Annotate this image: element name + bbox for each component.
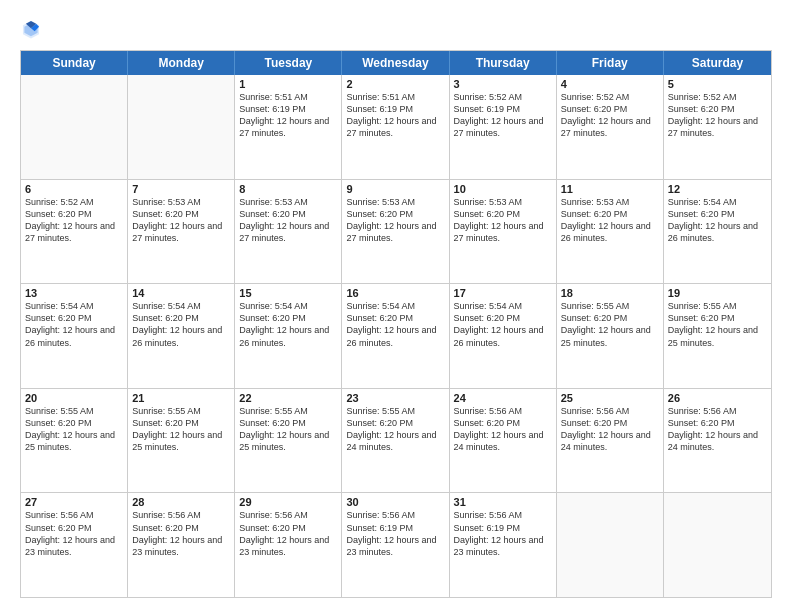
cal-cell bbox=[21, 75, 128, 179]
day-info: Sunrise: 5:54 AMSunset: 6:20 PMDaylight:… bbox=[346, 300, 444, 349]
cal-cell: 23Sunrise: 5:55 AMSunset: 6:20 PMDayligh… bbox=[342, 389, 449, 493]
day-number: 26 bbox=[668, 392, 767, 404]
cal-cell: 30Sunrise: 5:56 AMSunset: 6:19 PMDayligh… bbox=[342, 493, 449, 597]
cal-cell: 5Sunrise: 5:52 AMSunset: 6:20 PMDaylight… bbox=[664, 75, 771, 179]
day-number: 11 bbox=[561, 183, 659, 195]
day-number: 5 bbox=[668, 78, 767, 90]
cal-cell bbox=[664, 493, 771, 597]
cal-cell: 28Sunrise: 5:56 AMSunset: 6:20 PMDayligh… bbox=[128, 493, 235, 597]
cal-cell: 25Sunrise: 5:56 AMSunset: 6:20 PMDayligh… bbox=[557, 389, 664, 493]
week-row-2: 6Sunrise: 5:52 AMSunset: 6:20 PMDaylight… bbox=[21, 180, 771, 285]
day-header-saturday: Saturday bbox=[664, 51, 771, 75]
cal-cell: 15Sunrise: 5:54 AMSunset: 6:20 PMDayligh… bbox=[235, 284, 342, 388]
day-info: Sunrise: 5:52 AMSunset: 6:20 PMDaylight:… bbox=[25, 196, 123, 245]
day-info: Sunrise: 5:56 AMSunset: 6:19 PMDaylight:… bbox=[346, 509, 444, 558]
day-info: Sunrise: 5:55 AMSunset: 6:20 PMDaylight:… bbox=[346, 405, 444, 454]
cal-cell: 29Sunrise: 5:56 AMSunset: 6:20 PMDayligh… bbox=[235, 493, 342, 597]
day-number: 12 bbox=[668, 183, 767, 195]
cal-cell: 19Sunrise: 5:55 AMSunset: 6:20 PMDayligh… bbox=[664, 284, 771, 388]
day-number: 9 bbox=[346, 183, 444, 195]
day-info: Sunrise: 5:53 AMSunset: 6:20 PMDaylight:… bbox=[132, 196, 230, 245]
day-number: 10 bbox=[454, 183, 552, 195]
cal-cell: 12Sunrise: 5:54 AMSunset: 6:20 PMDayligh… bbox=[664, 180, 771, 284]
day-info: Sunrise: 5:55 AMSunset: 6:20 PMDaylight:… bbox=[239, 405, 337, 454]
day-number: 7 bbox=[132, 183, 230, 195]
cal-cell: 4Sunrise: 5:52 AMSunset: 6:20 PMDaylight… bbox=[557, 75, 664, 179]
day-number: 8 bbox=[239, 183, 337, 195]
day-number: 2 bbox=[346, 78, 444, 90]
week-row-4: 20Sunrise: 5:55 AMSunset: 6:20 PMDayligh… bbox=[21, 389, 771, 494]
cal-cell: 26Sunrise: 5:56 AMSunset: 6:20 PMDayligh… bbox=[664, 389, 771, 493]
day-info: Sunrise: 5:53 AMSunset: 6:20 PMDaylight:… bbox=[454, 196, 552, 245]
cal-cell bbox=[128, 75, 235, 179]
cal-cell: 20Sunrise: 5:55 AMSunset: 6:20 PMDayligh… bbox=[21, 389, 128, 493]
day-info: Sunrise: 5:55 AMSunset: 6:20 PMDaylight:… bbox=[668, 300, 767, 349]
day-number: 15 bbox=[239, 287, 337, 299]
day-info: Sunrise: 5:54 AMSunset: 6:20 PMDaylight:… bbox=[132, 300, 230, 349]
day-number: 1 bbox=[239, 78, 337, 90]
day-number: 28 bbox=[132, 496, 230, 508]
day-info: Sunrise: 5:52 AMSunset: 6:20 PMDaylight:… bbox=[668, 91, 767, 140]
day-number: 18 bbox=[561, 287, 659, 299]
day-info: Sunrise: 5:51 AMSunset: 6:19 PMDaylight:… bbox=[346, 91, 444, 140]
day-info: Sunrise: 5:53 AMSunset: 6:20 PMDaylight:… bbox=[346, 196, 444, 245]
day-number: 27 bbox=[25, 496, 123, 508]
day-number: 22 bbox=[239, 392, 337, 404]
day-header-thursday: Thursday bbox=[450, 51, 557, 75]
cal-cell: 3Sunrise: 5:52 AMSunset: 6:19 PMDaylight… bbox=[450, 75, 557, 179]
day-number: 29 bbox=[239, 496, 337, 508]
cal-cell: 7Sunrise: 5:53 AMSunset: 6:20 PMDaylight… bbox=[128, 180, 235, 284]
day-number: 23 bbox=[346, 392, 444, 404]
cal-cell: 17Sunrise: 5:54 AMSunset: 6:20 PMDayligh… bbox=[450, 284, 557, 388]
cal-cell: 31Sunrise: 5:56 AMSunset: 6:19 PMDayligh… bbox=[450, 493, 557, 597]
logo-icon bbox=[20, 18, 42, 40]
day-number: 20 bbox=[25, 392, 123, 404]
cal-cell: 13Sunrise: 5:54 AMSunset: 6:20 PMDayligh… bbox=[21, 284, 128, 388]
day-number: 25 bbox=[561, 392, 659, 404]
day-info: Sunrise: 5:55 AMSunset: 6:20 PMDaylight:… bbox=[561, 300, 659, 349]
day-number: 13 bbox=[25, 287, 123, 299]
logo bbox=[20, 18, 46, 40]
day-info: Sunrise: 5:56 AMSunset: 6:20 PMDaylight:… bbox=[239, 509, 337, 558]
week-row-1: 1Sunrise: 5:51 AMSunset: 6:19 PMDaylight… bbox=[21, 75, 771, 180]
calendar-header: SundayMondayTuesdayWednesdayThursdayFrid… bbox=[21, 51, 771, 75]
day-info: Sunrise: 5:54 AMSunset: 6:20 PMDaylight:… bbox=[454, 300, 552, 349]
cal-cell: 21Sunrise: 5:55 AMSunset: 6:20 PMDayligh… bbox=[128, 389, 235, 493]
day-info: Sunrise: 5:55 AMSunset: 6:20 PMDaylight:… bbox=[25, 405, 123, 454]
cal-cell: 16Sunrise: 5:54 AMSunset: 6:20 PMDayligh… bbox=[342, 284, 449, 388]
day-header-sunday: Sunday bbox=[21, 51, 128, 75]
cal-cell: 8Sunrise: 5:53 AMSunset: 6:20 PMDaylight… bbox=[235, 180, 342, 284]
cal-cell: 9Sunrise: 5:53 AMSunset: 6:20 PMDaylight… bbox=[342, 180, 449, 284]
day-number: 24 bbox=[454, 392, 552, 404]
calendar-body: 1Sunrise: 5:51 AMSunset: 6:19 PMDaylight… bbox=[21, 75, 771, 597]
header bbox=[20, 18, 772, 40]
day-info: Sunrise: 5:51 AMSunset: 6:19 PMDaylight:… bbox=[239, 91, 337, 140]
cal-cell: 22Sunrise: 5:55 AMSunset: 6:20 PMDayligh… bbox=[235, 389, 342, 493]
cal-cell: 27Sunrise: 5:56 AMSunset: 6:20 PMDayligh… bbox=[21, 493, 128, 597]
day-info: Sunrise: 5:54 AMSunset: 6:20 PMDaylight:… bbox=[239, 300, 337, 349]
calendar: SundayMondayTuesdayWednesdayThursdayFrid… bbox=[20, 50, 772, 598]
day-info: Sunrise: 5:56 AMSunset: 6:20 PMDaylight:… bbox=[668, 405, 767, 454]
day-header-monday: Monday bbox=[128, 51, 235, 75]
day-info: Sunrise: 5:54 AMSunset: 6:20 PMDaylight:… bbox=[668, 196, 767, 245]
day-info: Sunrise: 5:54 AMSunset: 6:20 PMDaylight:… bbox=[25, 300, 123, 349]
day-number: 14 bbox=[132, 287, 230, 299]
day-info: Sunrise: 5:56 AMSunset: 6:20 PMDaylight:… bbox=[561, 405, 659, 454]
day-number: 21 bbox=[132, 392, 230, 404]
day-header-tuesday: Tuesday bbox=[235, 51, 342, 75]
day-info: Sunrise: 5:52 AMSunset: 6:19 PMDaylight:… bbox=[454, 91, 552, 140]
cal-cell: 10Sunrise: 5:53 AMSunset: 6:20 PMDayligh… bbox=[450, 180, 557, 284]
day-info: Sunrise: 5:56 AMSunset: 6:20 PMDaylight:… bbox=[132, 509, 230, 558]
cal-cell: 1Sunrise: 5:51 AMSunset: 6:19 PMDaylight… bbox=[235, 75, 342, 179]
day-info: Sunrise: 5:56 AMSunset: 6:19 PMDaylight:… bbox=[454, 509, 552, 558]
day-number: 3 bbox=[454, 78, 552, 90]
day-info: Sunrise: 5:56 AMSunset: 6:20 PMDaylight:… bbox=[454, 405, 552, 454]
cal-cell: 11Sunrise: 5:53 AMSunset: 6:20 PMDayligh… bbox=[557, 180, 664, 284]
day-header-wednesday: Wednesday bbox=[342, 51, 449, 75]
day-info: Sunrise: 5:55 AMSunset: 6:20 PMDaylight:… bbox=[132, 405, 230, 454]
day-info: Sunrise: 5:53 AMSunset: 6:20 PMDaylight:… bbox=[561, 196, 659, 245]
day-number: 4 bbox=[561, 78, 659, 90]
day-number: 16 bbox=[346, 287, 444, 299]
day-info: Sunrise: 5:56 AMSunset: 6:20 PMDaylight:… bbox=[25, 509, 123, 558]
day-number: 6 bbox=[25, 183, 123, 195]
